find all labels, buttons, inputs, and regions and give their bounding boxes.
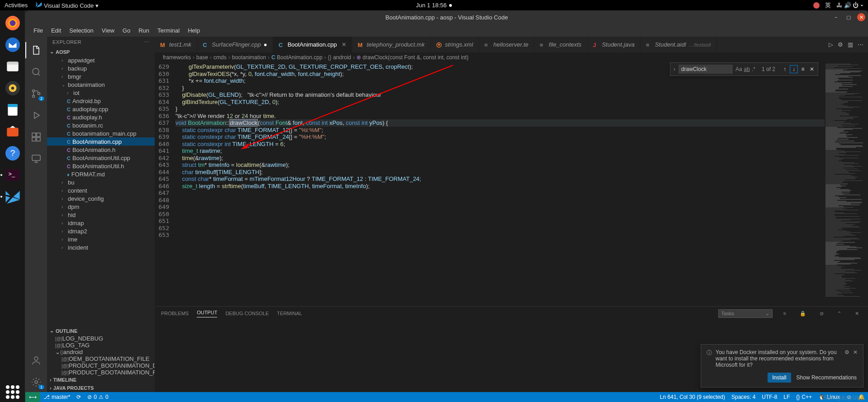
menu-go[interactable]: Go — [119, 25, 134, 36]
tree-item-content[interactable]: ›content — [47, 186, 155, 194]
regex-icon[interactable]: .* — [752, 66, 755, 72]
activity-extensions[interactable] — [25, 127, 47, 147]
tree-item-bmgr[interactable]: ›bmgr — [47, 72, 155, 80]
match-word-icon[interactable]: ab — [744, 66, 750, 72]
tab-close-icon[interactable]: ✕ — [342, 41, 346, 48]
panel-tab-debug-console[interactable]: DEBUG CONSOLE — [225, 311, 269, 316]
activities-button[interactable]: Activities — [5, 2, 28, 9]
branch-indicator[interactable]: ⎇ master* — [40, 394, 73, 400]
timeline-section[interactable]: ›TIMELINE — [47, 376, 155, 384]
tree-item-bu[interactable]: ›bu — [47, 178, 155, 186]
menu-run[interactable]: Run — [135, 25, 153, 36]
tree-item-bootanimationutil-cpp[interactable]: BootAnimationUtil.cpp — [47, 154, 155, 162]
encoding-status[interactable]: UTF-8 — [759, 394, 780, 400]
tree-item-incident[interactable]: ›incident — [47, 243, 155, 251]
tab-telephony_product-mk[interactable]: Mtelephony_product.mk — [352, 37, 431, 52]
tab-student-aidl[interactable]: ≡Student.aidl…/testaidl — [640, 37, 717, 52]
activity-run-debug[interactable] — [25, 105, 47, 125]
outline-item[interactable]: ⌄android — [47, 349, 155, 355]
more-icon[interactable]: ⋯ — [858, 41, 863, 48]
status-menu[interactable]: 🖧 🔊 ⏻ ▾ — [836, 2, 863, 9]
menu-terminal[interactable]: Terminal — [154, 25, 183, 36]
find-close-button[interactable]: ✕ — [808, 65, 816, 73]
problems-indicator[interactable]: ⊘ 0 ⚠ 0 — [84, 394, 111, 400]
tree-item-bootanim-rc[interactable]: bootanim.rc — [47, 121, 155, 129]
breadcrumb-segment[interactable]: ⊕ drawClock(const Font &, const int, con… — [356, 54, 468, 61]
ime-indicator[interactable]: 英 — [825, 1, 831, 9]
explorer-more-icon[interactable]: ⋯ — [144, 39, 150, 45]
find-prev-button[interactable]: ↑ — [781, 65, 789, 73]
breadcrumb-segment[interactable]: {} android — [328, 54, 351, 61]
outline-item[interactable]: OEM_BOOTANIMATION_FILE — [47, 355, 155, 362]
tree-item-bootanimation[interactable]: ⌄bootanimation — [47, 80, 155, 89]
tab-bootanimation-cpp[interactable]: CBootAnimation.cpp✕ — [273, 37, 352, 52]
tree-item-audioplay-cpp[interactable]: audioplay.cpp — [47, 105, 155, 113]
tree-item-format-md[interactable]: FORMAT.md — [47, 170, 155, 178]
explorer-section-header[interactable]: ⌄AOSP — [47, 47, 155, 56]
dock-app-vscode[interactable] — [3, 187, 23, 207]
tab-file_contexts[interactable]: ≡file_contexts — [534, 37, 587, 52]
menu-help[interactable]: Help — [184, 25, 204, 36]
find-expand-icon[interactable]: › — [670, 66, 678, 72]
dock-app-files[interactable] — [3, 57, 23, 76]
tree-item-appwidget[interactable]: ›appwidget — [47, 56, 155, 64]
activity-search[interactable] — [25, 62, 47, 82]
breadcrumb-segment[interactable]: C BootAnimation.cpp — [271, 54, 323, 61]
code-content[interactable]: glTexParameteriv(GL_TEXTURE_2D, GL_TEXTU… — [175, 62, 825, 306]
activity-accounts[interactable] — [25, 350, 47, 370]
tree-item-bootanimation-cpp[interactable]: BootAnimation.cpp — [47, 137, 155, 146]
window-maximize-button[interactable]: ▢ — [844, 13, 853, 21]
dock-app-thunderbird[interactable] — [3, 35, 23, 55]
breadcrumb-segment[interactable]: bootanimation — [232, 54, 266, 61]
menu-selection[interactable]: Selection — [66, 25, 97, 36]
code-editor[interactable]: 629 630 631 632 633 634 635 636 637 638 … — [155, 62, 868, 306]
minimap[interactable] — [825, 62, 868, 306]
tree-item-idmap2[interactable]: ›idmap2 — [47, 227, 155, 235]
tree-item-dpm[interactable]: ›dpm — [47, 203, 155, 211]
panel-filter-icon[interactable]: ≡ — [781, 311, 789, 316]
breadcrumb[interactable]: frameworks›base›cmds›bootanimation›C Boo… — [155, 52, 868, 62]
tree-item-iot[interactable]: ›iot — [47, 89, 155, 97]
panel-maximize-icon[interactable]: ⌃ — [835, 311, 844, 317]
remote-indicator[interactable]: ⟷ — [25, 392, 40, 402]
tab-strings-xml[interactable]: ⦿strings.xml — [431, 37, 479, 52]
language-mode[interactable]: {} C++ — [793, 394, 815, 400]
eol-status[interactable]: LF — [780, 394, 793, 400]
tree-item-android-bp[interactable]: Android.bp — [47, 97, 155, 105]
activity-settings[interactable]: 1 — [25, 372, 47, 392]
outline-item[interactable]: LOG_NDEBUG — [47, 335, 155, 342]
breadcrumb-segment[interactable]: frameworks — [163, 54, 191, 61]
indentation-status[interactable]: Spaces: 4 — [728, 394, 759, 400]
install-button[interactable]: Install — [768, 373, 791, 383]
tab-surfaceflinger-cpp[interactable]: CSurfaceFlinger.cpp● — [197, 37, 273, 52]
panel-clear-icon[interactable]: ⊘ — [817, 311, 826, 317]
outline-item[interactable]: PRODUCT_BOOTANIMATION_DARK_… — [47, 362, 155, 369]
window-minimize-button[interactable]: − — [832, 13, 840, 21]
update-indicator-icon[interactable] — [813, 2, 820, 9]
dock-app-firefox[interactable] — [3, 13, 23, 33]
find-selection-icon[interactable]: ≡ — [799, 65, 807, 73]
tree-item-device_config[interactable]: ›device_config — [47, 194, 155, 203]
active-app-name[interactable]: Visual Studio Code ▾ — [36, 1, 99, 9]
tree-item-audioplay-h[interactable]: audioplay.h — [47, 113, 155, 121]
menu-edit[interactable]: Edit — [47, 25, 65, 36]
split-editor-icon[interactable]: ▥ — [848, 41, 853, 48]
window-close-button[interactable]: ✕ — [857, 13, 865, 21]
tab-test1-mk[interactable]: Mtest1.mk — [155, 37, 197, 52]
panel-tab-output[interactable]: OUTPUT — [197, 310, 217, 317]
split-icon[interactable]: ⚙ — [838, 41, 843, 48]
dock-app-grid[interactable] — [3, 382, 23, 402]
toast-close-button[interactable]: ✕ — [853, 349, 858, 355]
tab-student-java[interactable]: JStudent.java — [588, 37, 640, 52]
menu-view[interactable]: View — [98, 25, 118, 36]
tree-item-idmap[interactable]: ›idmap — [47, 219, 155, 227]
outline-section[interactable]: ⌄OUTLINE — [47, 326, 155, 335]
outline-item[interactable]: PRODUCT_BOOTANIMATION_FILE — [47, 369, 155, 376]
tree-item-backup[interactable]: ›backup — [47, 64, 155, 72]
run-icon[interactable]: ▷ — [829, 41, 833, 48]
panel-tab-terminal[interactable]: TERMINAL — [277, 311, 302, 316]
sync-indicator[interactable]: ⟳ — [73, 394, 84, 400]
toast-settings-icon[interactable]: ⚙ — [844, 349, 849, 355]
tab-helloserver-te[interactable]: ≡helloserver.te — [479, 37, 535, 52]
activity-remote[interactable] — [25, 149, 47, 169]
